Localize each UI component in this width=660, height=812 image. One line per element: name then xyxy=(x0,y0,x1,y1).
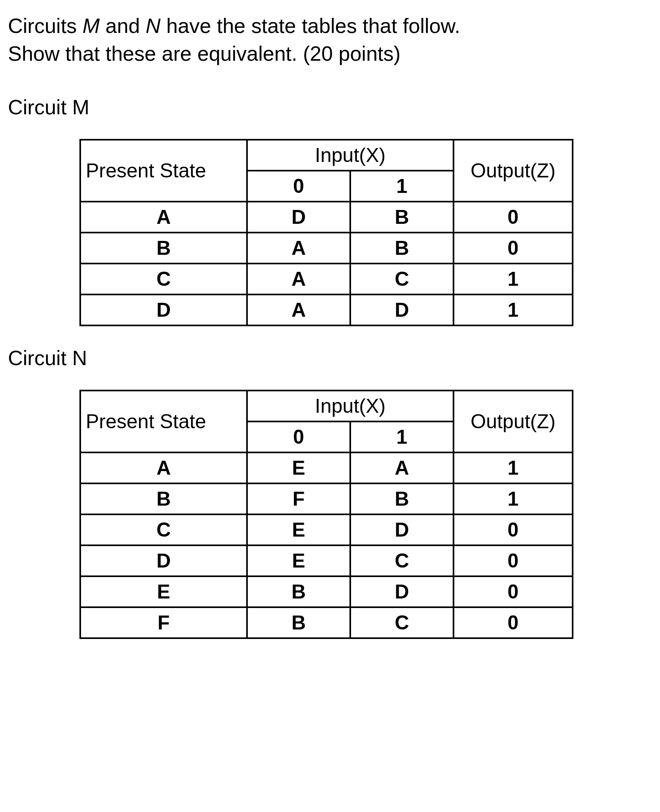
cell-output: 0 xyxy=(454,202,573,233)
cell-next-x0: A xyxy=(247,264,350,294)
circuit-m-table-wrap: Present State Input(X) Output(Z) 0 1 ADB… xyxy=(79,139,648,326)
header-output-z: Output(Z) xyxy=(454,140,573,202)
cell-next-x1: C xyxy=(350,607,454,638)
cell-output: 1 xyxy=(454,452,573,483)
intro-n: N xyxy=(146,14,161,37)
header-present-state: Present State xyxy=(80,140,247,202)
intro-text: have the state tables that follow. xyxy=(160,14,460,37)
table-row: EBD0 xyxy=(80,576,573,607)
cell-output: 1 xyxy=(454,483,573,514)
cell-next-x0: B xyxy=(247,576,350,607)
table-row: AEA1 xyxy=(80,452,573,483)
cell-next-x1: D xyxy=(350,294,454,325)
cell-output: 0 xyxy=(454,576,573,607)
cell-next-x1: C xyxy=(350,545,454,576)
cell-output: 0 xyxy=(454,514,573,545)
problem-statement: Circuits M and N have the state tables t… xyxy=(8,12,648,67)
table-row: DAD1 xyxy=(80,294,573,325)
cell-state: D xyxy=(80,294,247,325)
cell-state: D xyxy=(80,545,247,576)
circuit-m-table: Present State Input(X) Output(Z) 0 1 ADB… xyxy=(79,139,573,326)
intro-text: and xyxy=(100,14,146,37)
cell-state: A xyxy=(80,202,247,233)
header-output-z: Output(Z) xyxy=(454,391,573,452)
cell-state: E xyxy=(80,576,247,607)
table-row: ADB0 xyxy=(80,202,573,233)
cell-state: F xyxy=(80,607,247,638)
header-input-x: Input(X) xyxy=(247,391,454,421)
table-row: FBC0 xyxy=(80,607,573,638)
cell-state: B xyxy=(80,233,247,264)
table-row: BAB0 xyxy=(80,233,573,264)
header-input-x: Input(X) xyxy=(247,140,454,171)
table-row: CAC1 xyxy=(80,264,573,294)
cell-next-x1: B xyxy=(350,483,454,514)
cell-output: 0 xyxy=(454,545,573,576)
circuit-n-table: Present State Input(X) Output(Z) 0 1 AEA… xyxy=(79,390,573,639)
header-input-1: 1 xyxy=(350,421,454,452)
header-input-0: 0 xyxy=(247,171,350,202)
circuit-n-table-wrap: Present State Input(X) Output(Z) 0 1 AEA… xyxy=(79,390,648,639)
cell-next-x0: D xyxy=(247,202,350,233)
cell-state: B xyxy=(80,483,247,514)
cell-output: 0 xyxy=(454,607,573,638)
cell-next-x0: A xyxy=(247,294,350,325)
cell-next-x1: B xyxy=(350,233,454,264)
header-present-state: Present State xyxy=(80,391,247,452)
intro-m: M xyxy=(83,14,100,37)
cell-next-x1: D xyxy=(350,514,454,545)
cell-next-x1: A xyxy=(350,452,454,483)
cell-next-x0: E xyxy=(247,545,350,576)
cell-output: 0 xyxy=(454,233,573,264)
table-row: BFB1 xyxy=(80,483,573,514)
intro-line2: Show that these are equivalent. (20 poin… xyxy=(8,42,401,65)
header-input-0: 0 xyxy=(247,421,350,452)
cell-output: 1 xyxy=(454,264,573,294)
circuit-m-tbody: ADB0BAB0CAC1DAD1 xyxy=(80,202,573,325)
header-input-1: 1 xyxy=(350,171,454,202)
cell-next-x0: B xyxy=(247,607,350,638)
table-row: CED0 xyxy=(80,514,573,545)
cell-next-x0: A xyxy=(247,233,350,264)
cell-state: C xyxy=(80,514,247,545)
cell-next-x0: E xyxy=(247,514,350,545)
cell-next-x1: C xyxy=(350,264,454,294)
cell-state: C xyxy=(80,264,247,294)
circuit-n-tbody: AEA1BFB1CED0DEC0EBD0FBC0 xyxy=(80,452,573,638)
circuit-m-label: Circuit M xyxy=(8,95,648,119)
cell-state: A xyxy=(80,452,247,483)
cell-next-x0: E xyxy=(247,452,350,483)
cell-next-x1: D xyxy=(350,576,454,607)
cell-next-x1: B xyxy=(350,202,454,233)
cell-next-x0: F xyxy=(247,483,350,514)
cell-output: 1 xyxy=(454,294,573,325)
circuit-n-label: Circuit N xyxy=(8,346,648,370)
table-row: DEC0 xyxy=(80,545,573,576)
intro-text: Circuits xyxy=(8,14,83,37)
